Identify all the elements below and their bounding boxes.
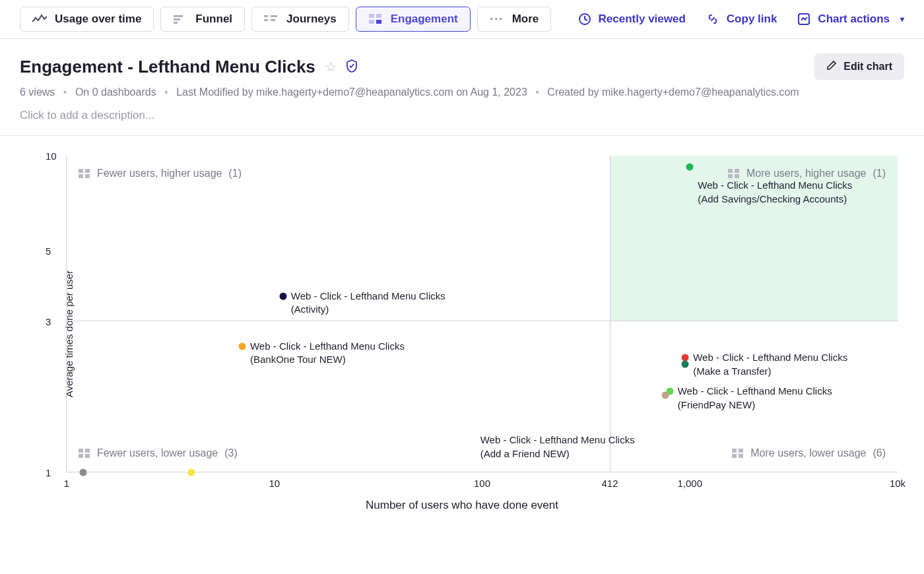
x-tick: 1 <box>64 478 69 489</box>
x-tick: 1,000 <box>677 478 702 489</box>
data-point-label: Web - Click - Lefthand Menu Clicks(Add S… <box>698 179 852 206</box>
data-point[interactable] <box>682 360 689 367</box>
data-point[interactable] <box>188 469 195 476</box>
copy-link[interactable]: Copy link <box>706 13 777 26</box>
dashboards-count: On 0 dashboards <box>75 86 156 98</box>
grid-icon <box>728 169 740 178</box>
svg-rect-8 <box>376 14 381 18</box>
data-point-label: Web - Click - Lefthand Menu Clicks(BankO… <box>250 340 405 367</box>
button-label: Edit chart <box>843 61 892 73</box>
y-tick: 1 <box>46 467 51 478</box>
tab-label: Engagement <box>391 13 458 26</box>
tab-more[interactable]: ··· More <box>477 7 552 32</box>
data-point-label: Web - Click - Lefthand Menu Clicks(Make … <box>693 351 847 378</box>
x-tick: 10 <box>269 478 280 489</box>
quadrant-label-br: More users, lower usage (6) <box>732 447 886 459</box>
grid-icon <box>732 449 744 458</box>
quadrant-label-tr: More users, higher usage (1) <box>728 168 886 179</box>
svg-rect-9 <box>369 20 374 24</box>
more-icon: ··· <box>490 13 504 25</box>
journeys-icon <box>264 13 279 25</box>
data-point-label: Web - Click - Lefthand Menu Clicks(Add a… <box>480 433 635 461</box>
clock-icon <box>578 13 592 26</box>
toolbar-actions: Recently viewed Copy link Chart actions … <box>578 13 904 26</box>
tab-label: Funnel <box>195 13 232 26</box>
quadrant-label-tl: Fewer users, higher usage (1) <box>79 168 242 179</box>
x-tick: 100 <box>474 478 490 489</box>
quadrant-label-bl: Fewer users, lower usage (3) <box>79 447 238 459</box>
tab-engagement[interactable]: Engagement <box>356 7 471 32</box>
x-tick: 412 <box>602 478 618 489</box>
tab-label: Journeys <box>286 13 337 26</box>
data-point[interactable] <box>686 164 694 171</box>
svg-rect-6 <box>271 19 275 21</box>
chart-type-tabs: Usage over time Funnel Journeys Engageme… <box>20 7 551 32</box>
data-point-label: Web - Click - Lefthand Menu Clicks(Frien… <box>678 385 832 412</box>
page-title: Engagement - Lefthand Menu Clicks <box>20 57 315 77</box>
chart-actions-icon <box>797 13 811 26</box>
svg-rect-5 <box>271 15 277 17</box>
y-tick: 10 <box>46 150 57 162</box>
svg-rect-1 <box>174 18 180 20</box>
grid-icon <box>79 169 90 178</box>
engagement-icon <box>368 13 383 25</box>
link-label: Copy link <box>727 13 777 26</box>
tab-funnel[interactable]: Funnel <box>160 7 245 32</box>
link-label: Chart actions <box>818 13 890 26</box>
tab-label: Usage over time <box>55 13 141 26</box>
link-label: Recently viewed <box>599 13 686 26</box>
chevron-down-icon: ▾ <box>900 15 904 24</box>
edit-chart-button[interactable]: Edit chart <box>814 53 904 80</box>
link-icon <box>706 13 720 26</box>
data-point[interactable] <box>238 342 246 350</box>
y-tick: 3 <box>46 315 51 327</box>
data-point[interactable] <box>279 292 286 300</box>
data-point-label: Web - Click - Lefthand Menu Clicks(Activ… <box>291 290 446 317</box>
plot-area[interactable]: 135101101004121,00010kFewer users, highe… <box>66 156 898 472</box>
favorite-star-icon[interactable]: ☆ <box>325 59 337 75</box>
tab-usage-over-time[interactable]: Usage over time <box>20 7 154 32</box>
svg-rect-7 <box>369 14 374 18</box>
svg-rect-4 <box>264 19 268 21</box>
description-input[interactable]: Click to add a description... <box>20 109 904 122</box>
grid-icon <box>79 449 90 458</box>
chart-actions-dropdown[interactable]: Chart actions ▾ <box>797 13 904 26</box>
line-chart-icon <box>32 13 47 25</box>
y-tick: 5 <box>46 245 51 257</box>
shield-icon[interactable] <box>346 59 358 75</box>
last-modified: Last Modified by mike.hagerty+demo7@heap… <box>176 86 527 98</box>
views-count: 6 views <box>20 86 55 98</box>
svg-rect-0 <box>174 15 183 17</box>
funnel-icon <box>173 13 187 25</box>
svg-rect-3 <box>264 15 268 17</box>
svg-rect-2 <box>174 22 178 24</box>
tab-label: More <box>512 13 539 26</box>
x-tick: 10k <box>890 478 906 489</box>
recently-viewed-link[interactable]: Recently viewed <box>578 13 686 26</box>
toolbar: Usage over time Funnel Journeys Engageme… <box>0 0 924 39</box>
chart-meta: 6 views • On 0 dashboards • Last Modifie… <box>20 86 904 98</box>
chart-header: Engagement - Lefthand Menu Clicks ☆ Edit… <box>0 39 924 136</box>
created-by: Created by mike.hagerty+demo7@heapanalyt… <box>547 86 799 98</box>
engagement-chart: Average times done per user 135101101004… <box>0 136 924 532</box>
pencil-icon <box>826 60 837 73</box>
x-axis-label: Number of users who have done event <box>26 499 898 512</box>
data-point[interactable] <box>661 392 669 399</box>
svg-rect-10 <box>376 20 381 24</box>
tab-journeys[interactable]: Journeys <box>251 7 349 32</box>
data-point[interactable] <box>79 469 86 476</box>
